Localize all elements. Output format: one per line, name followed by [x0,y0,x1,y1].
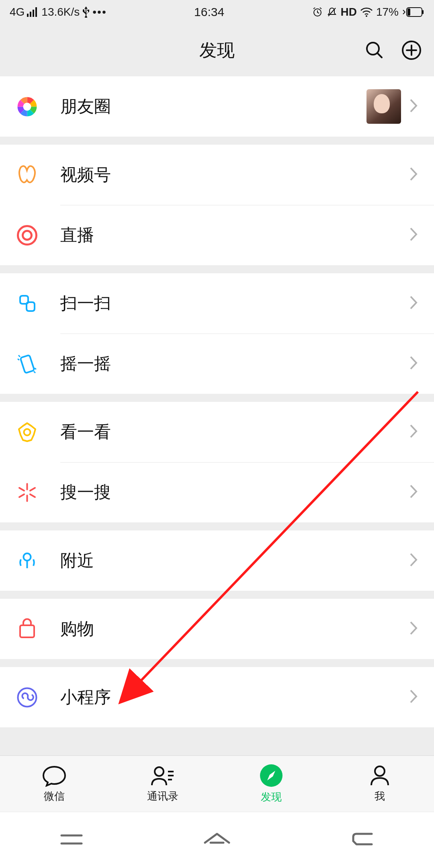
item-nearby[interactable]: 附近 [0,530,434,591]
svg-point-13 [23,231,32,240]
nearby-icon [16,550,38,572]
tab-discover[interactable]: 发现 [217,756,326,812]
item-shake[interactable]: 摇一摇 [0,334,434,394]
usb-icon [82,6,90,18]
svg-point-11 [23,102,31,111]
mute-icon [326,6,338,18]
chevron-right-icon [409,689,418,706]
me-icon [367,764,392,787]
tab-label: 发现 [261,790,282,804]
tabbar: 微信 通讯录 发现 我 [0,755,434,812]
nav-menu-icon[interactable] [57,830,86,851]
chevron-right-icon [409,620,418,637]
svg-rect-17 [20,625,34,637]
item-label: 附近 [60,549,409,572]
item-label: 看一看 [60,421,409,443]
nav-back-icon[interactable] [348,830,377,851]
alarm-icon [312,6,323,18]
svg-point-15 [24,429,31,435]
search-discover-icon [16,481,38,504]
svg-rect-0 [27,14,29,17]
signal-icon [27,7,39,17]
miniprogram-icon [16,686,38,708]
item-label: 购物 [60,618,409,640]
tab-contacts[interactable]: 通讯录 [108,756,217,812]
data-speed: 13.6K/s [41,6,80,18]
status-bar: 4G 13.6K/s ••• 16:34 HD 17% [0,0,434,24]
item-label: 摇一摇 [60,352,409,375]
chevron-right-icon [409,552,418,569]
tab-me[interactable]: 我 [326,756,434,812]
status-right: HD 17% [312,6,425,18]
chevron-right-icon [409,484,418,501]
live-icon [16,224,38,246]
search-icon[interactable] [364,40,385,61]
item-label: 小程序 [60,686,409,708]
svg-rect-3 [35,7,37,17]
topstories-icon [16,421,38,443]
item-scan[interactable]: 扫一扫 [0,273,434,334]
shake-icon [16,353,38,375]
scan-icon [16,293,38,315]
battery-percent: 17% [376,6,399,18]
item-shopping[interactable]: 购物 [0,599,434,659]
content: 朋友圈 视频号 直播 扫一扫 [0,76,434,755]
item-moments[interactable]: 朋友圈 [0,76,434,137]
item-miniprograms[interactable]: 小程序 [0,667,434,727]
status-time: 16:34 [194,5,224,19]
svg-point-12 [18,226,37,244]
chevron-right-icon [409,166,418,183]
item-live[interactable]: 直播 [0,205,434,265]
item-label: 朋友圈 [60,95,366,118]
add-icon[interactable] [401,40,422,61]
chat-icon [42,764,67,787]
svg-rect-8 [422,10,424,14]
discover-icon [259,764,283,788]
chevron-right-icon [409,98,418,115]
nav-home-icon[interactable] [201,830,233,851]
svg-point-16 [24,553,31,561]
chevron-right-icon [409,227,418,244]
chevron-right-icon [409,295,418,312]
svg-rect-1 [30,12,31,17]
status-left: 4G 13.6K/s ••• [10,6,107,18]
item-channels[interactable]: 视频号 [0,145,434,205]
tab-label: 通讯录 [147,789,178,803]
chevron-right-icon [409,424,418,440]
contacts-icon [150,764,175,787]
network-type: 4G [10,6,25,18]
item-label: 直播 [60,224,409,246]
moments-icon [16,96,38,118]
more-dots-icon: ••• [92,6,106,18]
item-search-discover[interactable]: 搜一搜 [0,462,434,522]
svg-point-19 [155,767,164,776]
chevron-right-icon [409,355,418,372]
svg-rect-7 [407,8,410,16]
shopping-icon [16,618,38,640]
wifi-icon [360,7,373,17]
item-label: 扫一扫 [60,292,409,315]
tab-label: 我 [375,789,385,803]
svg-point-5 [366,15,367,17]
svg-rect-2 [33,10,34,17]
header: 发现 [0,24,434,76]
moments-avatar [366,89,401,124]
item-label: 搜一搜 [60,481,409,504]
svg-rect-14 [20,355,34,373]
svg-point-21 [375,766,385,776]
battery-charging-icon [402,7,424,17]
item-label: 视频号 [60,164,409,186]
channels-icon [16,164,38,186]
tab-chat[interactable]: 微信 [0,756,108,812]
system-navbar [0,812,434,868]
item-topstories[interactable]: 看一看 [0,402,434,462]
hd-indicator: HD [341,6,357,18]
tab-label: 微信 [44,789,65,803]
